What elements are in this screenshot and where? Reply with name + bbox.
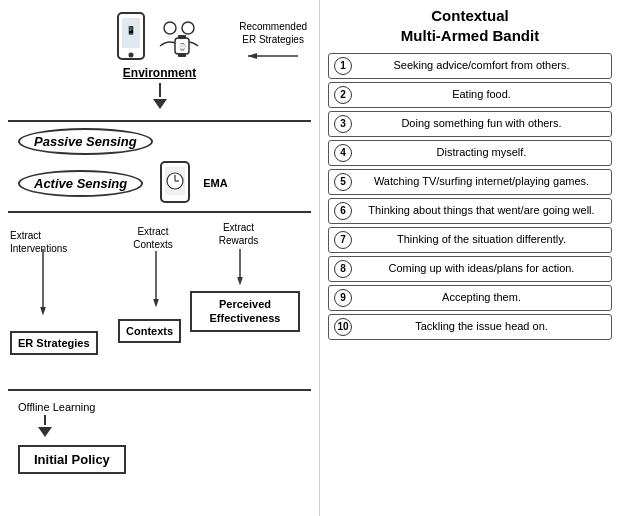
environment-label: Environment: [123, 66, 196, 80]
strategy-item-7: 7Thinking of the situation differently.: [328, 227, 612, 253]
rec-label-area: RecommendedER Strategies: [239, 20, 307, 66]
h-line-top: [8, 120, 311, 122]
strategy-item-5: 5Watching TV/surfing internet/playing ga…: [328, 169, 612, 195]
er-strategies-box: ER Strategies: [10, 331, 98, 355]
strategy-num-3: 3: [334, 115, 352, 133]
environment-box: 📱 ⌚ Envir: [114, 12, 206, 80]
strategy-num-10: 10: [334, 318, 352, 336]
strategy-text-10: Tackling the issue head on.: [357, 319, 606, 333]
env-icons: 📱 ⌚: [114, 12, 206, 64]
strategy-num-5: 5: [334, 173, 352, 191]
rec-arrow: [243, 46, 303, 66]
strategy-num-2: 2: [334, 86, 352, 104]
strategy-item-10: 10Tackling the issue head on.: [328, 314, 612, 340]
active-sensing-row: Active Sensing EMA: [18, 161, 228, 205]
strategy-num-8: 8: [334, 260, 352, 278]
strategy-item-3: 3Doing something fun with others.: [328, 111, 612, 137]
svg-point-6: [164, 22, 176, 34]
strategy-text-1: Seeking advice/comfort from others.: [357, 58, 606, 72]
strategy-text-2: Eating food.: [357, 87, 606, 101]
strategy-text-9: Accepting them.: [357, 290, 606, 304]
extract-rewards-label: ExtractRewards: [206, 221, 271, 247]
strategy-item-6: 6Thinking about things that went/are goi…: [328, 198, 612, 224]
strategy-text-5: Watching TV/surfing internet/playing gam…: [357, 174, 606, 188]
ema-label: EMA: [203, 177, 227, 189]
strategy-num-9: 9: [334, 289, 352, 307]
arrow-env-down: [153, 83, 167, 111]
right-panel: Contextual Multi-Armed Bandit 1Seeking a…: [320, 0, 620, 516]
strategy-num-1: 1: [334, 57, 352, 75]
extract-contexts-label: ExtractContexts: [118, 225, 188, 251]
svg-point-4: [128, 53, 133, 58]
sensing-section: Passive Sensing Active Sensing EMA: [8, 128, 311, 205]
strategy-text-7: Thinking of the situation differently.: [357, 232, 606, 246]
flow-section: ExtractInterventions ER Strategies Extra…: [8, 219, 311, 389]
bottom-section: Offline Learning Initial Policy: [8, 397, 311, 474]
h-line-bot: [8, 389, 311, 391]
initial-policy-box: Initial Policy: [18, 445, 126, 474]
strategy-item-1: 1Seeking advice/comfort from others.: [328, 53, 612, 79]
strategy-text-8: Coming up with ideas/plans for action.: [357, 261, 606, 275]
svg-text:📱: 📱: [126, 25, 136, 35]
offline-learning-label: Offline Learning: [18, 401, 95, 413]
arrow-er-strategies: [28, 249, 58, 319]
strategy-item-9: 9Accepting them.: [328, 285, 612, 311]
svg-rect-10: [178, 53, 186, 57]
strategy-text-4: Distracting myself.: [357, 145, 606, 159]
strategy-list: 1Seeking advice/comfort from others.2Eat…: [328, 53, 612, 511]
svg-point-7: [182, 22, 194, 34]
strategy-item-4: 4Distracting myself.: [328, 140, 612, 166]
users-icon: ⌚: [156, 18, 206, 58]
passive-sensing-row: Passive Sensing: [18, 128, 153, 155]
left-panel: RecommendedER Strategies: [0, 0, 320, 516]
svg-text:⌚: ⌚: [177, 42, 186, 51]
svg-rect-9: [178, 35, 186, 39]
strategy-text-6: Thinking about things that went/are goin…: [357, 203, 606, 217]
active-sensing-oval: Active Sensing: [18, 170, 143, 197]
rec-label: RecommendedER Strategies: [239, 20, 307, 46]
h-line-mid: [8, 211, 311, 213]
strategy-text-3: Doing something fun with others.: [357, 116, 606, 130]
main-container: RecommendedER Strategies: [0, 0, 620, 516]
bandit-title: Contextual Multi-Armed Bandit: [328, 6, 612, 47]
phone-icon: 📱: [114, 12, 150, 64]
strategy-item-2: 2Eating food.: [328, 82, 612, 108]
arrow-initial-policy: [38, 415, 52, 439]
strategy-item-8: 8Coming up with ideas/plans for action.: [328, 256, 612, 282]
ema-icon: [157, 161, 195, 205]
strategy-num-6: 6: [334, 202, 352, 220]
passive-sensing-oval: Passive Sensing: [18, 128, 153, 155]
strategy-num-4: 4: [334, 144, 352, 162]
perceived-effectiveness-box: Perceived Effectiveness: [190, 291, 300, 332]
strategy-num-7: 7: [334, 231, 352, 249]
arrow-contexts: [146, 251, 166, 311]
contexts-box: Contexts: [118, 319, 181, 343]
top-section: RecommendedER Strategies: [8, 12, 311, 114]
arrow-perceived: [230, 249, 250, 289]
